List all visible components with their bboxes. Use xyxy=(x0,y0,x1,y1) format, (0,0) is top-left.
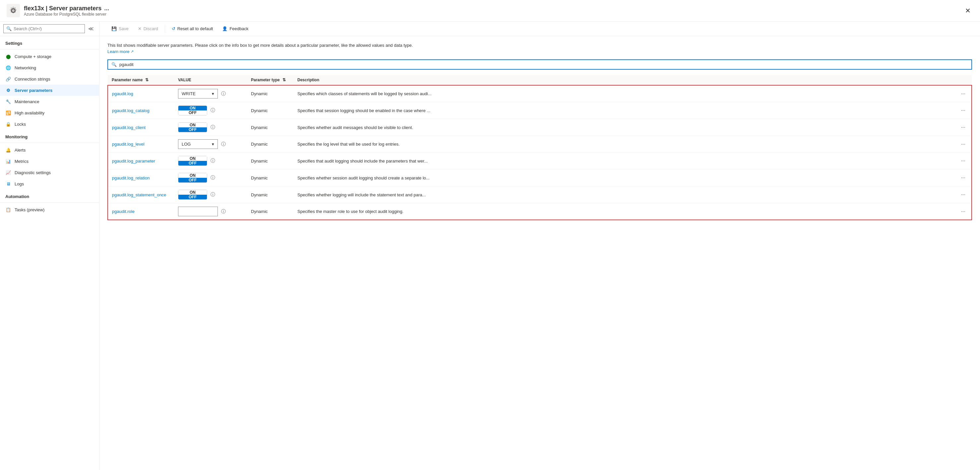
sidebar-item-metrics[interactable]: 📊 Metrics xyxy=(0,156,99,167)
sidebar-item-alerts[interactable]: 🔔 Alerts xyxy=(0,144,99,156)
param-name-link[interactable]: pgaudit.log_parameter xyxy=(112,159,155,164)
save-icon: 💾 xyxy=(111,26,117,31)
info-icon[interactable]: ⓘ xyxy=(221,209,226,215)
toggle-on-option[interactable]: ON xyxy=(178,173,207,178)
col-header-param-type: Parameter type ⇅ xyxy=(247,75,293,85)
params-search-input[interactable] xyxy=(119,62,968,67)
compute-storage-icon: ⬤ xyxy=(5,53,11,59)
sidebar-section-automation: Automation xyxy=(0,190,99,201)
sidebar-item-server-parameters-label: Server parameters xyxy=(14,88,52,93)
reset-icon: ↺ xyxy=(172,26,175,31)
param-name-link[interactable]: pgaudit.log_statement_once xyxy=(112,193,166,198)
row-ellipsis-button[interactable]: ··· xyxy=(959,208,967,215)
sidebar-item-locks[interactable]: 🔒 Locks xyxy=(0,118,99,130)
close-button[interactable]: ✕ xyxy=(963,5,974,16)
feedback-button[interactable]: 👤 Feedback xyxy=(218,24,252,33)
row-ellipsis-button[interactable]: ··· xyxy=(959,107,967,114)
value-cell: ⓘ xyxy=(178,207,243,216)
sidebar-item-compute-storage[interactable]: ⬤ Compute + storage xyxy=(0,51,99,62)
row-ellipsis-button[interactable]: ··· xyxy=(959,90,967,97)
param-name-link[interactable]: pgaudit.role xyxy=(112,209,135,214)
reset-all-button[interactable]: ↺ Reset all to default xyxy=(168,24,217,33)
info-icon[interactable]: ⓘ xyxy=(210,192,215,198)
param-type-value: Dynamic xyxy=(251,142,268,147)
sidebar-search-box[interactable]: 🔍 xyxy=(3,24,85,33)
sidebar-search-input[interactable] xyxy=(14,26,82,31)
description-text: Specifies that audit logging should incl… xyxy=(298,159,428,164)
sidebar-item-tasks-preview[interactable]: 📋 Tasks (preview) xyxy=(0,204,99,215)
table-row: pgaudit.role ⓘ Dynamic xyxy=(108,203,972,220)
toggle-off-option[interactable]: OFF xyxy=(178,161,207,166)
toggle-off-option[interactable]: OFF xyxy=(178,178,207,182)
sidebar-section-settings: Settings xyxy=(0,36,99,48)
table-row: pgaudit.log WRITE ▾ ⓘ xyxy=(108,85,972,102)
info-icon[interactable]: ⓘ xyxy=(210,158,215,164)
sidebar-item-connection-strings[interactable]: 🔗 Connection strings xyxy=(0,73,99,84)
toggle-switch[interactable]: ON OFF xyxy=(178,105,207,115)
toggle-switch[interactable]: ON OFF xyxy=(178,156,207,166)
sidebar-item-maintenance[interactable]: 🔧 Maintenance xyxy=(0,96,99,107)
info-icon[interactable]: ⓘ xyxy=(210,175,215,181)
param-dropdown[interactable]: LOG ▾ xyxy=(178,139,218,149)
title-ellipsis[interactable]: ... xyxy=(104,5,109,12)
learn-more-label: Learn more xyxy=(107,49,129,54)
toggle-on-option[interactable]: ON xyxy=(178,106,207,110)
info-icon[interactable]: ⓘ xyxy=(210,124,215,131)
toggle-off-option[interactable]: OFF xyxy=(178,195,207,199)
toggle-on-option[interactable]: ON xyxy=(178,156,207,161)
sidebar-item-networking[interactable]: 🌐 Networking xyxy=(0,62,99,73)
col-header-value: VALUE xyxy=(174,75,247,85)
sidebar-item-diagnostic-settings[interactable]: 📈 Diagnostic settings xyxy=(0,167,99,178)
param-dropdown[interactable]: WRITE ▾ xyxy=(178,89,218,99)
sidebar-item-locks-label: Locks xyxy=(14,122,26,127)
sidebar-item-logs[interactable]: 🖥 Logs xyxy=(0,178,99,190)
sidebar-item-high-availability[interactable]: 🔁 High availability xyxy=(0,107,99,118)
toggle-on-option[interactable]: ON xyxy=(178,190,207,195)
row-ellipsis-button[interactable]: ··· xyxy=(959,141,967,148)
toolbar-separator xyxy=(165,25,165,33)
info-icon[interactable]: ⓘ xyxy=(221,141,226,147)
toggle-off-option[interactable]: OFF xyxy=(178,110,207,115)
toggle-switch[interactable]: ON OFF xyxy=(178,123,207,132)
sidebar-item-metrics-label: Metrics xyxy=(14,159,29,164)
info-icon[interactable]: ⓘ xyxy=(210,107,215,113)
param-name-link[interactable]: pgaudit.log_catalog xyxy=(112,108,150,113)
external-link-icon: ↗ xyxy=(130,49,134,54)
discard-button[interactable]: ✕ Discard xyxy=(134,24,162,33)
discard-icon: ✕ xyxy=(138,26,142,31)
save-button[interactable]: 💾 Save xyxy=(107,24,133,33)
toggle-off-option[interactable]: OFF xyxy=(178,127,207,132)
toggle-on-option[interactable]: ON xyxy=(178,123,207,127)
param-name-link[interactable]: pgaudit.log_level xyxy=(112,142,145,147)
sidebar-item-diagnostic-settings-label: Diagnostic settings xyxy=(14,170,51,175)
sidebar-collapse-button[interactable]: ≪ xyxy=(86,24,96,33)
description-text: Specifies whether session audit logging … xyxy=(298,175,430,180)
param-name-link[interactable]: pgaudit.log_relation xyxy=(112,175,150,180)
toggle-switch[interactable]: ON OFF xyxy=(178,173,207,183)
param-type-sort-icon[interactable]: ⇅ xyxy=(282,78,286,82)
row-ellipsis-button[interactable]: ··· xyxy=(959,191,967,198)
toggle-switch[interactable]: ON OFF xyxy=(178,190,207,200)
param-name-sort-icon[interactable]: ⇅ xyxy=(145,78,148,82)
row-ellipsis-button[interactable]: ··· xyxy=(959,174,967,182)
sidebar-item-server-parameters[interactable]: ⚙ Server parameters xyxy=(0,84,99,96)
dropdown-value: LOG xyxy=(182,142,191,147)
row-ellipsis-button[interactable]: ··· xyxy=(959,157,967,164)
locks-icon: 🔒 xyxy=(5,121,11,127)
save-label: Save xyxy=(119,26,129,31)
networking-icon: 🌐 xyxy=(5,65,11,71)
param-type-value: Dynamic xyxy=(251,175,268,180)
param-name-link[interactable]: pgaudit.log_client xyxy=(112,125,146,130)
title-bar: flex13x | Server parameters ... Azure Da… xyxy=(0,0,980,22)
metrics-icon: 📊 xyxy=(5,158,11,164)
page-description: This list shows modifiable server parame… xyxy=(107,43,972,48)
info-icon[interactable]: ⓘ xyxy=(221,91,226,97)
server-parameters-icon: ⚙ xyxy=(5,87,11,93)
sidebar-search-icon: 🔍 xyxy=(6,26,12,31)
param-text-input[interactable] xyxy=(178,207,218,216)
learn-more-link[interactable]: Learn more ↗ xyxy=(107,49,134,54)
param-name-link[interactable]: pgaudit.log xyxy=(112,91,133,96)
sidebar-item-compute-storage-label: Compute + storage xyxy=(14,54,51,59)
row-ellipsis-button[interactable]: ··· xyxy=(959,124,967,131)
sidebar-item-alerts-label: Alerts xyxy=(14,148,25,153)
